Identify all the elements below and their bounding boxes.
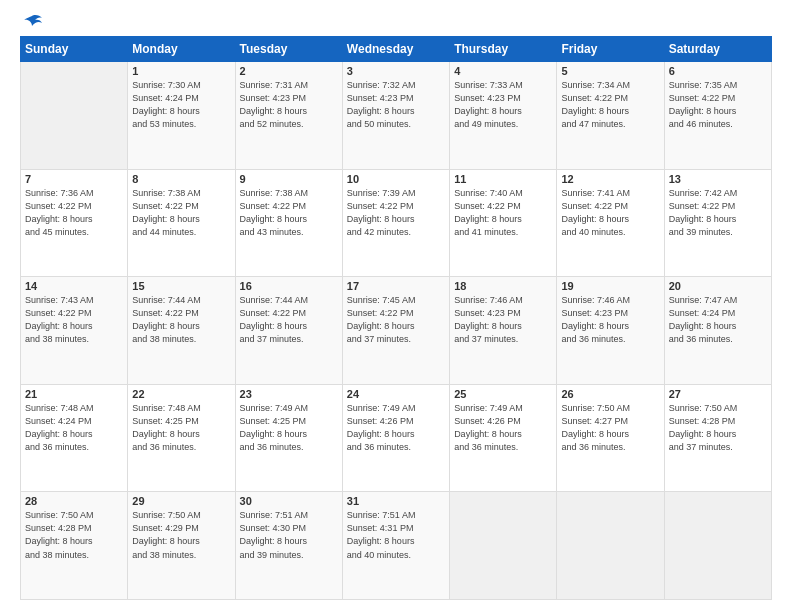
day-info: Sunrise: 7:33 AMSunset: 4:23 PMDaylight:… bbox=[454, 79, 552, 131]
day-number: 12 bbox=[561, 173, 659, 185]
day-info: Sunrise: 7:49 AMSunset: 4:26 PMDaylight:… bbox=[347, 402, 445, 454]
day-info: Sunrise: 7:31 AMSunset: 4:23 PMDaylight:… bbox=[240, 79, 338, 131]
day-number: 9 bbox=[240, 173, 338, 185]
calendar-cell: 29Sunrise: 7:50 AMSunset: 4:29 PMDayligh… bbox=[128, 492, 235, 600]
calendar-cell: 22Sunrise: 7:48 AMSunset: 4:25 PMDayligh… bbox=[128, 384, 235, 492]
day-info: Sunrise: 7:30 AMSunset: 4:24 PMDaylight:… bbox=[132, 79, 230, 131]
day-number: 23 bbox=[240, 388, 338, 400]
calendar-header: SundayMondayTuesdayWednesdayThursdayFrid… bbox=[21, 37, 772, 62]
day-number: 28 bbox=[25, 495, 123, 507]
calendar-cell: 14Sunrise: 7:43 AMSunset: 4:22 PMDayligh… bbox=[21, 277, 128, 385]
calendar-cell: 11Sunrise: 7:40 AMSunset: 4:22 PMDayligh… bbox=[450, 169, 557, 277]
day-info: Sunrise: 7:44 AMSunset: 4:22 PMDaylight:… bbox=[240, 294, 338, 346]
day-header-saturday: Saturday bbox=[664, 37, 771, 62]
day-header-thursday: Thursday bbox=[450, 37, 557, 62]
calendar-cell bbox=[21, 62, 128, 170]
calendar-cell: 19Sunrise: 7:46 AMSunset: 4:23 PMDayligh… bbox=[557, 277, 664, 385]
day-number: 14 bbox=[25, 280, 123, 292]
day-info: Sunrise: 7:46 AMSunset: 4:23 PMDaylight:… bbox=[561, 294, 659, 346]
day-number: 1 bbox=[132, 65, 230, 77]
calendar-table: SundayMondayTuesdayWednesdayThursdayFrid… bbox=[20, 36, 772, 600]
calendar-cell: 24Sunrise: 7:49 AMSunset: 4:26 PMDayligh… bbox=[342, 384, 449, 492]
day-number: 5 bbox=[561, 65, 659, 77]
calendar-cell bbox=[450, 492, 557, 600]
day-number: 20 bbox=[669, 280, 767, 292]
calendar-cell: 3Sunrise: 7:32 AMSunset: 4:23 PMDaylight… bbox=[342, 62, 449, 170]
day-info: Sunrise: 7:36 AMSunset: 4:22 PMDaylight:… bbox=[25, 187, 123, 239]
day-number: 10 bbox=[347, 173, 445, 185]
calendar-cell: 30Sunrise: 7:51 AMSunset: 4:30 PMDayligh… bbox=[235, 492, 342, 600]
day-number: 16 bbox=[240, 280, 338, 292]
day-info: Sunrise: 7:47 AMSunset: 4:24 PMDaylight:… bbox=[669, 294, 767, 346]
day-info: Sunrise: 7:48 AMSunset: 4:24 PMDaylight:… bbox=[25, 402, 123, 454]
day-header-friday: Friday bbox=[557, 37, 664, 62]
day-number: 31 bbox=[347, 495, 445, 507]
day-info: Sunrise: 7:40 AMSunset: 4:22 PMDaylight:… bbox=[454, 187, 552, 239]
day-number: 25 bbox=[454, 388, 552, 400]
logo bbox=[20, 18, 42, 26]
calendar-cell: 15Sunrise: 7:44 AMSunset: 4:22 PMDayligh… bbox=[128, 277, 235, 385]
day-info: Sunrise: 7:48 AMSunset: 4:25 PMDaylight:… bbox=[132, 402, 230, 454]
day-number: 7 bbox=[25, 173, 123, 185]
day-number: 17 bbox=[347, 280, 445, 292]
day-info: Sunrise: 7:42 AMSunset: 4:22 PMDaylight:… bbox=[669, 187, 767, 239]
calendar-cell: 5Sunrise: 7:34 AMSunset: 4:22 PMDaylight… bbox=[557, 62, 664, 170]
calendar-cell: 13Sunrise: 7:42 AMSunset: 4:22 PMDayligh… bbox=[664, 169, 771, 277]
day-info: Sunrise: 7:35 AMSunset: 4:22 PMDaylight:… bbox=[669, 79, 767, 131]
day-number: 13 bbox=[669, 173, 767, 185]
calendar-cell: 18Sunrise: 7:46 AMSunset: 4:23 PMDayligh… bbox=[450, 277, 557, 385]
calendar-cell: 10Sunrise: 7:39 AMSunset: 4:22 PMDayligh… bbox=[342, 169, 449, 277]
day-info: Sunrise: 7:50 AMSunset: 4:28 PMDaylight:… bbox=[25, 509, 123, 561]
day-info: Sunrise: 7:34 AMSunset: 4:22 PMDaylight:… bbox=[561, 79, 659, 131]
calendar-cell: 16Sunrise: 7:44 AMSunset: 4:22 PMDayligh… bbox=[235, 277, 342, 385]
day-number: 18 bbox=[454, 280, 552, 292]
calendar-cell: 12Sunrise: 7:41 AMSunset: 4:22 PMDayligh… bbox=[557, 169, 664, 277]
page: SundayMondayTuesdayWednesdayThursdayFrid… bbox=[0, 0, 792, 612]
calendar-cell bbox=[557, 492, 664, 600]
day-info: Sunrise: 7:39 AMSunset: 4:22 PMDaylight:… bbox=[347, 187, 445, 239]
day-number: 26 bbox=[561, 388, 659, 400]
day-info: Sunrise: 7:49 AMSunset: 4:25 PMDaylight:… bbox=[240, 402, 338, 454]
day-number: 2 bbox=[240, 65, 338, 77]
day-info: Sunrise: 7:44 AMSunset: 4:22 PMDaylight:… bbox=[132, 294, 230, 346]
day-number: 21 bbox=[25, 388, 123, 400]
day-info: Sunrise: 7:50 AMSunset: 4:28 PMDaylight:… bbox=[669, 402, 767, 454]
calendar-cell: 6Sunrise: 7:35 AMSunset: 4:22 PMDaylight… bbox=[664, 62, 771, 170]
day-number: 3 bbox=[347, 65, 445, 77]
week-row-5: 28Sunrise: 7:50 AMSunset: 4:28 PMDayligh… bbox=[21, 492, 772, 600]
day-info: Sunrise: 7:45 AMSunset: 4:22 PMDaylight:… bbox=[347, 294, 445, 346]
week-row-1: 1Sunrise: 7:30 AMSunset: 4:24 PMDaylight… bbox=[21, 62, 772, 170]
day-number: 19 bbox=[561, 280, 659, 292]
calendar-cell: 26Sunrise: 7:50 AMSunset: 4:27 PMDayligh… bbox=[557, 384, 664, 492]
calendar-cell: 2Sunrise: 7:31 AMSunset: 4:23 PMDaylight… bbox=[235, 62, 342, 170]
day-number: 15 bbox=[132, 280, 230, 292]
day-number: 24 bbox=[347, 388, 445, 400]
day-info: Sunrise: 7:51 AMSunset: 4:30 PMDaylight:… bbox=[240, 509, 338, 561]
day-header-wednesday: Wednesday bbox=[342, 37, 449, 62]
calendar-cell: 4Sunrise: 7:33 AMSunset: 4:23 PMDaylight… bbox=[450, 62, 557, 170]
day-number: 29 bbox=[132, 495, 230, 507]
calendar-cell bbox=[664, 492, 771, 600]
day-number: 27 bbox=[669, 388, 767, 400]
day-header-tuesday: Tuesday bbox=[235, 37, 342, 62]
calendar-cell: 21Sunrise: 7:48 AMSunset: 4:24 PMDayligh… bbox=[21, 384, 128, 492]
logo-bird-icon bbox=[22, 14, 42, 30]
day-number: 22 bbox=[132, 388, 230, 400]
calendar-cell: 9Sunrise: 7:38 AMSunset: 4:22 PMDaylight… bbox=[235, 169, 342, 277]
day-header-monday: Monday bbox=[128, 37, 235, 62]
calendar-cell: 1Sunrise: 7:30 AMSunset: 4:24 PMDaylight… bbox=[128, 62, 235, 170]
calendar-cell: 23Sunrise: 7:49 AMSunset: 4:25 PMDayligh… bbox=[235, 384, 342, 492]
week-row-2: 7Sunrise: 7:36 AMSunset: 4:22 PMDaylight… bbox=[21, 169, 772, 277]
day-number: 30 bbox=[240, 495, 338, 507]
calendar-cell: 25Sunrise: 7:49 AMSunset: 4:26 PMDayligh… bbox=[450, 384, 557, 492]
day-info: Sunrise: 7:38 AMSunset: 4:22 PMDaylight:… bbox=[132, 187, 230, 239]
day-number: 11 bbox=[454, 173, 552, 185]
day-header-sunday: Sunday bbox=[21, 37, 128, 62]
calendar-cell: 7Sunrise: 7:36 AMSunset: 4:22 PMDaylight… bbox=[21, 169, 128, 277]
day-info: Sunrise: 7:41 AMSunset: 4:22 PMDaylight:… bbox=[561, 187, 659, 239]
header bbox=[20, 18, 772, 26]
calendar-cell: 31Sunrise: 7:51 AMSunset: 4:31 PMDayligh… bbox=[342, 492, 449, 600]
day-info: Sunrise: 7:49 AMSunset: 4:26 PMDaylight:… bbox=[454, 402, 552, 454]
day-info: Sunrise: 7:43 AMSunset: 4:22 PMDaylight:… bbox=[25, 294, 123, 346]
day-info: Sunrise: 7:50 AMSunset: 4:27 PMDaylight:… bbox=[561, 402, 659, 454]
